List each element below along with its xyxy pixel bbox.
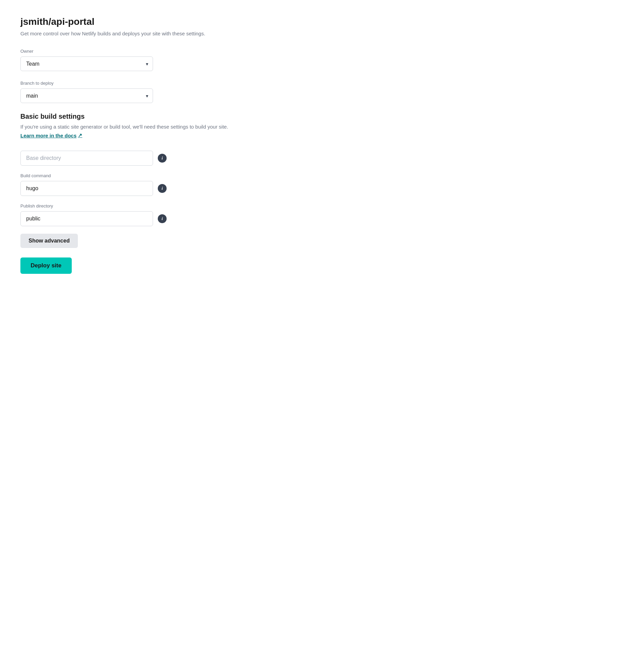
publish-directory-row: i: [20, 211, 245, 226]
build-command-input[interactable]: [20, 181, 153, 196]
build-command-label: Build command: [20, 173, 245, 178]
build-settings-title: Basic build settings: [20, 113, 245, 120]
branch-select[interactable]: main develop staging: [20, 88, 153, 103]
show-advanced-button[interactable]: Show advanced: [20, 234, 78, 248]
branch-field-group: Branch to deploy main develop staging ▾: [20, 81, 245, 103]
publish-directory-info-icon[interactable]: i: [158, 214, 167, 223]
branch-label: Branch to deploy: [20, 81, 245, 86]
publish-directory-input[interactable]: [20, 211, 153, 226]
owner-field-group: Owner Team Personal ▾: [20, 49, 245, 71]
learn-more-label: Learn more in the docs: [20, 133, 77, 138]
base-directory-group: i: [20, 151, 245, 166]
deploy-site-button[interactable]: Deploy site: [20, 257, 72, 274]
publish-directory-group: Publish directory i: [20, 203, 245, 226]
build-command-info-icon[interactable]: i: [158, 184, 167, 193]
build-command-row: i: [20, 181, 245, 196]
base-directory-input[interactable]: [20, 151, 153, 166]
build-settings-subtitle: If you're using a static site generator …: [20, 124, 245, 130]
external-link-icon: ↗: [78, 132, 82, 138]
page-subtitle: Get more control over how Netlify builds…: [20, 31, 245, 36]
buttons-section: Show advanced Deploy site: [20, 234, 245, 274]
page-title: jsmith/api-portal: [20, 16, 245, 27]
base-directory-info-icon[interactable]: i: [158, 154, 167, 163]
learn-more-link[interactable]: Learn more in the docs ↗: [20, 132, 82, 138]
branch-select-wrapper: main develop staging ▾: [20, 88, 153, 103]
publish-directory-label: Publish directory: [20, 203, 245, 209]
owner-select[interactable]: Team Personal: [20, 56, 153, 71]
build-command-group: Build command i: [20, 173, 245, 196]
owner-select-wrapper: Team Personal ▾: [20, 56, 153, 71]
owner-label: Owner: [20, 49, 245, 54]
base-directory-row: i: [20, 151, 245, 166]
